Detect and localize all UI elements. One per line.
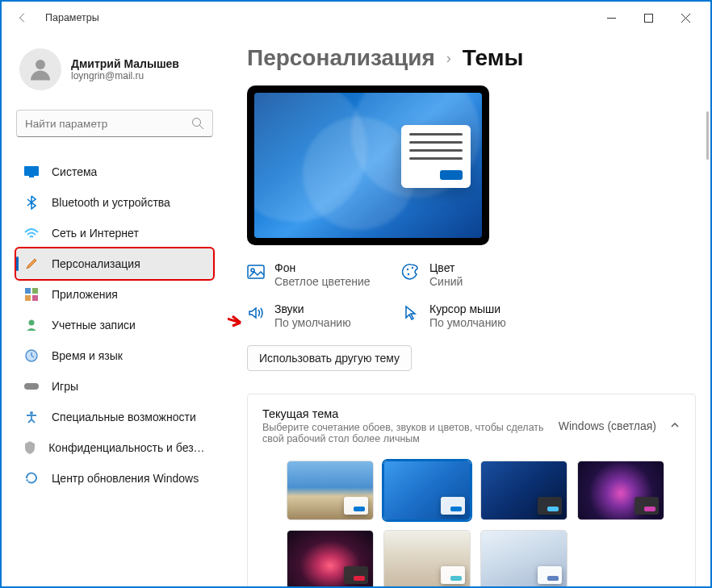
setting-value: По умолчанию	[429, 316, 506, 329]
sidebar-item-label: Сеть и Интернет	[52, 227, 139, 240]
theme-option[interactable]	[480, 530, 568, 586]
setting-color[interactable]: Цвет Синий	[402, 261, 547, 288]
sidebar-item-accessibility[interactable]: Специальные возможности	[16, 402, 213, 432]
nav-list: Система Bluetooth и устройства Сеть и Ин…	[16, 156, 213, 494]
theme-option[interactable]	[287, 530, 374, 586]
current-theme-section: Текущая тема Выберите сочетание обоев, з…	[247, 394, 696, 586]
sidebar: Дмитрий Малышев loyngrin@mail.ru Система…	[2, 34, 228, 586]
sidebar-item-label: Приложения	[52, 288, 118, 301]
network-icon	[24, 226, 39, 240]
theme-option[interactable]	[577, 461, 664, 520]
sidebar-item-label: Учетные записи	[52, 319, 136, 332]
svg-rect-17	[24, 383, 39, 390]
sidebar-item-network[interactable]: Сеть и Интернет	[16, 218, 213, 248]
sidebar-item-label: Игры	[52, 380, 78, 393]
setting-title: Фон	[274, 261, 371, 274]
use-another-theme-button[interactable]: Использовать другую тему	[247, 345, 412, 371]
svg-rect-11	[25, 295, 31, 301]
sidebar-item-label: Конфиденциальность и безопасность	[48, 441, 205, 454]
shield-icon	[24, 440, 36, 455]
setting-value: По умолчанию	[274, 316, 351, 329]
theme-option[interactable]	[287, 461, 374, 520]
games-icon	[24, 379, 39, 394]
brush-icon	[24, 256, 39, 271]
svg-rect-9	[25, 288, 31, 294]
sidebar-item-games[interactable]: Игры	[16, 371, 213, 402]
chevron-up-icon	[669, 419, 681, 433]
svg-point-18	[30, 411, 33, 415]
svg-rect-8	[29, 176, 34, 177]
svg-point-22	[407, 269, 408, 270]
update-icon	[24, 471, 39, 486]
current-theme-header[interactable]: Текущая тема Выберите сочетание обоев, з…	[262, 407, 681, 444]
setting-sounds[interactable]: Звуки По умолчанию	[247, 302, 392, 329]
close-button[interactable]	[667, 6, 704, 30]
sidebar-item-system[interactable]: Система	[16, 156, 213, 187]
time-icon	[24, 348, 39, 363]
profile-name: Дмитрий Малышев	[71, 57, 179, 70]
maximize-button[interactable]	[630, 6, 667, 30]
sidebar-item-accounts[interactable]: Учетные записи	[16, 310, 213, 340]
chevron-right-icon: ›	[446, 50, 451, 67]
sidebar-item-label: Специальные возможности	[52, 411, 196, 423]
search-input[interactable]	[25, 118, 185, 130]
setting-cursor[interactable]: Курсор мыши По умолчанию	[402, 302, 547, 329]
profile-email: loyngrin@mail.ru	[71, 70, 179, 81]
breadcrumb-current: Темы	[463, 45, 524, 71]
scrollbar[interactable]	[706, 111, 709, 160]
apps-icon	[24, 287, 39, 302]
avatar	[19, 48, 61, 90]
sidebar-item-bluetooth[interactable]: Bluetooth и устройства	[16, 187, 213, 218]
preview-window	[401, 125, 471, 188]
sidebar-item-privacy[interactable]: Конфиденциальность и безопасность	[16, 432, 213, 463]
sidebar-item-update[interactable]: Центр обновления Windows	[16, 463, 213, 494]
sidebar-item-label: Персонализация	[52, 257, 140, 270]
accessibility-icon	[24, 410, 39, 424]
setting-title: Звуки	[274, 302, 351, 315]
sidebar-item-label: Система	[52, 165, 97, 178]
bluetooth-icon	[24, 195, 39, 210]
theme-settings-grid: Фон Светлое цветение Цвет Синий Звуки По…	[247, 261, 696, 329]
svg-point-24	[412, 267, 413, 269]
breadcrumb: Персонализация › Темы	[247, 45, 696, 71]
search-box[interactable]	[16, 110, 213, 137]
sidebar-item-apps[interactable]: Приложения	[16, 279, 213, 310]
search-icon	[191, 117, 204, 132]
svg-rect-1	[644, 14, 652, 22]
sidebar-item-personalization[interactable]: Персонализация	[16, 248, 213, 279]
accounts-icon	[24, 318, 39, 332]
system-icon	[24, 165, 39, 179]
svg-rect-12	[32, 295, 38, 301]
theme-option[interactable]	[480, 461, 568, 520]
image-icon	[247, 263, 265, 281]
theme-grid	[262, 461, 681, 586]
svg-point-5	[193, 119, 201, 127]
section-subtitle: Выберите сочетание обоев, звуков и цвето…	[262, 422, 559, 444]
annotation-arrow	[228, 310, 247, 329]
minimize-button[interactable]	[593, 6, 630, 30]
svg-point-4	[36, 60, 45, 69]
svg-rect-10	[32, 288, 38, 294]
theme-option[interactable]	[383, 530, 471, 586]
sidebar-item-label: Время и язык	[52, 349, 123, 362]
profile-block[interactable]: Дмитрий Малышев loyngrin@mail.ru	[16, 37, 213, 105]
sidebar-item-time[interactable]: Время и язык	[16, 340, 213, 371]
svg-point-21	[251, 269, 254, 272]
setting-value: Светлое цветение	[274, 275, 371, 288]
svg-point-23	[408, 273, 409, 275]
breadcrumb-parent[interactable]: Персонализация	[247, 45, 435, 71]
svg-rect-7	[24, 166, 39, 176]
theme-preview	[247, 85, 489, 245]
sidebar-item-label: Bluetooth и устройства	[52, 196, 170, 209]
setting-background[interactable]: Фон Светлое цветение	[247, 261, 392, 288]
cursor-icon	[402, 304, 420, 322]
back-button[interactable]	[8, 3, 37, 32]
palette-icon	[402, 263, 420, 281]
setting-title: Цвет	[429, 261, 463, 274]
setting-title: Курсор мыши	[429, 302, 506, 315]
titlebar: Параметры	[2, 2, 710, 34]
main-content: Персонализация › Темы Фон	[228, 34, 710, 586]
svg-line-19	[228, 313, 241, 323]
sidebar-item-label: Центр обновления Windows	[52, 472, 199, 485]
theme-option[interactable]	[383, 461, 471, 520]
